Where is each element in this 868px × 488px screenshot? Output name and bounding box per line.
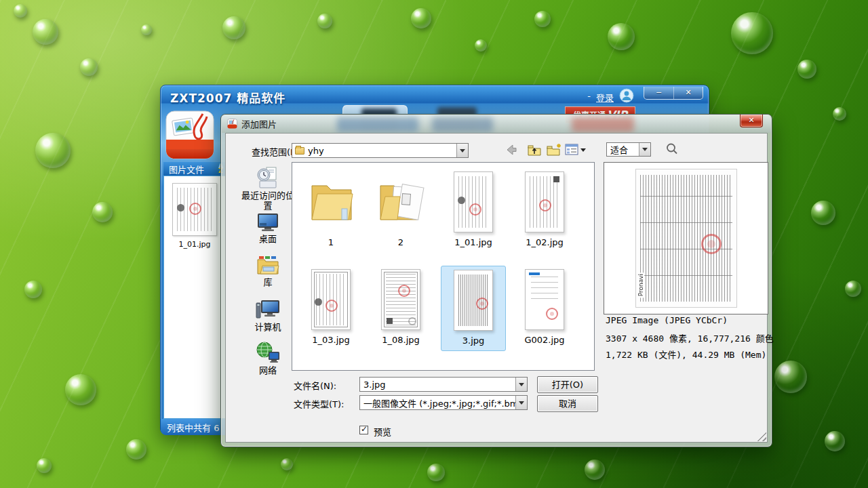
water-droplet [33, 19, 58, 45]
file-name-value: 3.jpg [360, 380, 515, 390]
dialog-icon [227, 119, 237, 129]
look-in-dropdown-button[interactable] [456, 144, 468, 157]
folder-icon [302, 168, 359, 236]
folder-icon [295, 147, 304, 155]
file-type-label: 文件类型(T): [294, 397, 344, 410]
login-link[interactable]: 登录 [596, 91, 614, 104]
file-type-dropdown-button[interactable] [515, 396, 527, 409]
water-droplet [608, 23, 635, 50]
water-droplet [35, 133, 71, 168]
zoom-mode-value: 适合 [607, 143, 639, 156]
file-list: 1 2 [292, 162, 595, 371]
add-image-dialog: 添加图片 ✕ 查找范围(I): yhy [220, 114, 772, 447]
preview-checkbox-label[interactable]: 预览 [374, 425, 391, 438]
water-droplet [731, 12, 773, 54]
file-item-g002[interactable]: G002.jpg [512, 266, 577, 351]
sidebar-item-computer[interactable]: 计算机 [241, 298, 295, 332]
image-thumbnail [525, 266, 564, 333]
preview-info-size: 1,722 KB (文件), 44.29 MB (Mem) [606, 348, 775, 361]
list-item-label: 1_01.jpg [164, 240, 225, 249]
sidebar-item-label: 网络 [259, 365, 277, 375]
sidebar-item-network[interactable]: 网络 [241, 341, 295, 375]
water-droplet [411, 8, 431, 28]
image-thumbnail [525, 168, 564, 236]
chevron-down-icon [642, 148, 648, 151]
back-icon[interactable] [504, 142, 520, 157]
app-close-button[interactable]: ✕ [673, 87, 703, 99]
file-item-1-03[interactable]: 1_03.jpg [298, 266, 363, 351]
cancel-button[interactable]: 取消 [537, 395, 598, 412]
water-droplet [825, 431, 845, 451]
glass-blob [572, 117, 634, 132]
minimize-button[interactable]: − [644, 87, 673, 99]
water-droplet [797, 60, 816, 79]
new-folder-icon[interactable] [546, 142, 562, 157]
water-droplet [774, 361, 807, 393]
water-droplet [65, 374, 96, 405]
zoom-mode-dropdown-button[interactable] [639, 143, 650, 156]
water-droplet [317, 14, 332, 28]
preview-image: Pronavi [635, 169, 737, 308]
preview-info-dimensions: 3307 x 4680 像素, 16,777,216 颜色 [606, 331, 775, 344]
user-avatar-icon[interactable] [619, 88, 634, 103]
app-logo-icon [165, 110, 215, 160]
sidebar-item-desktop[interactable]: 桌面 [241, 212, 295, 244]
file-item-1-01[interactable]: 1_01.jpg [441, 168, 506, 253]
water-droplet [811, 201, 835, 225]
water-droplet [92, 202, 113, 222]
image-thumbnail [311, 266, 351, 333]
sidebar-item-recent-places[interactable]: 最近访问的位置 [241, 166, 295, 211]
views-icon[interactable] [565, 142, 587, 157]
app-titlebar-controls: - 登录 − ✕ [587, 87, 703, 104]
window-buttons: − ✕ [644, 87, 703, 100]
dialog-titlebar[interactable]: 添加图片 [222, 115, 771, 133]
image-files-list: 1_01.jpg [163, 176, 226, 419]
file-item-3-selected[interactable]: 3.jpg [441, 266, 506, 351]
dialog-body: 查找范围(I): yhy [225, 133, 768, 443]
preview-checkbox[interactable] [359, 426, 368, 434]
file-item-1-02[interactable]: 1_02.jpg [512, 168, 577, 253]
file-item-folder-1[interactable]: 1 [298, 168, 363, 253]
preview-info-format: JPEG Image (JPEG YCbCr) [606, 315, 775, 325]
water-droplet [845, 281, 861, 297]
water-droplet [475, 39, 487, 52]
dialog-close-button[interactable]: ✕ [740, 115, 763, 127]
magnifier-icon[interactable] [665, 142, 682, 157]
look-in-combobox[interactable]: yhy [292, 143, 469, 158]
water-droplet [585, 460, 605, 480]
list-item-thumbnail[interactable] [172, 183, 217, 236]
water-droplet [222, 16, 245, 39]
up-folder-icon[interactable] [527, 142, 543, 157]
preview-pane: Pronavi [604, 162, 768, 314]
image-thumbnail [381, 266, 420, 333]
water-droplet [281, 458, 293, 470]
zoom-mode-combobox[interactable]: 适合 [606, 142, 651, 157]
file-name-combobox[interactable]: 3.jpg [359, 377, 528, 392]
file-type-value: 一般图像文件 (*.jpeg;*.jpg;*.gif;*.bm [360, 396, 515, 409]
folder-with-documents-icon [372, 168, 429, 236]
water-droplet [534, 11, 551, 27]
water-droplet [24, 281, 42, 298]
image-thumbnail [454, 266, 493, 334]
titlebar-dash: - [587, 91, 591, 101]
chevron-down-icon [519, 383, 524, 386]
list-status-bar: 列表中共有 6 [161, 419, 225, 435]
file-name-dropdown-button[interactable] [515, 378, 527, 391]
water-droplet [80, 58, 98, 76]
file-name-label: 文件名(N): [294, 379, 336, 392]
open-button[interactable]: 打开(O) [537, 376, 598, 393]
sidebar-item-label: 桌面 [259, 234, 277, 244]
red-stamp-icon [701, 234, 722, 254]
file-type-combobox[interactable]: 一般图像文件 (*.jpeg;*.jpg;*.gif;*.bm [359, 395, 528, 410]
water-droplet [14, 4, 27, 18]
app-title: ZXT2007 精品软件 [170, 89, 285, 106]
sidebar-item-libraries[interactable]: 库 [241, 254, 295, 287]
file-item-folder-2[interactable]: 2 [368, 168, 433, 253]
glass-blob [337, 117, 418, 132]
water-droplet [37, 458, 52, 473]
sidebar-item-label: 最近访问的位置 [241, 190, 295, 211]
file-item-1-08[interactable]: 1_08.jpg [368, 266, 433, 351]
chevron-down-icon [460, 149, 465, 152]
dialog-title: 添加图片 [241, 117, 277, 130]
resize-grip[interactable] [757, 432, 766, 441]
